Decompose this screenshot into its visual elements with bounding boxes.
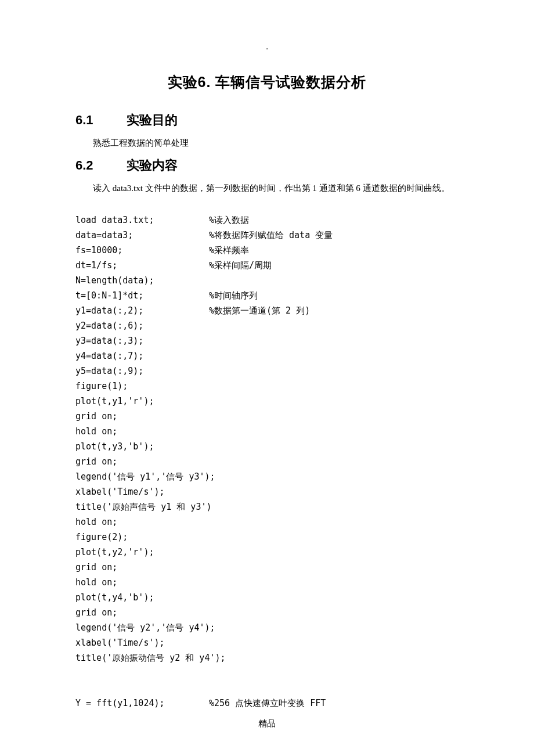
section-6-1-title: 实验目的	[127, 111, 178, 129]
code-statement: hold on;	[75, 514, 209, 530]
code-statement: y5=data(:,9);	[75, 363, 209, 379]
code-statement: legend('信号 y2','信号 y4');	[75, 620, 209, 635]
code-line: figure(2);	[75, 530, 459, 545]
code-line: figure(1);	[75, 379, 459, 394]
code-statement: legend('信号 y1','信号 y3');	[75, 469, 209, 484]
code-line: xlabel('Time/s');	[75, 635, 459, 650]
section-6-1-header: 6.1 实验目的	[75, 111, 459, 129]
code-comment: %将数据阵列赋值给 data 变量	[209, 228, 333, 243]
code-statement: xlabel('Time/s');	[75, 484, 209, 499]
code-statement: xlabel('Time/s');	[75, 635, 209, 650]
code-line: hold on;	[75, 424, 459, 439]
code-comment: %256 点快速傅立叶变换 FFT	[209, 696, 326, 711]
code-line: y1=data(:,2);%数据第一通道(第 2 列)	[75, 303, 459, 318]
section-6-2: 6.2 实验内容 读入 data3.txt 文件中的数据，第一列数据的时间，作出…	[75, 157, 459, 196]
code-statement: grid on;	[75, 560, 209, 575]
code-statement: y4=data(:,7);	[75, 348, 209, 363]
section-6-2-number: 6.2	[75, 158, 127, 173]
code-line: y5=data(:,9);	[75, 363, 459, 379]
section-6-2-header: 6.2 实验内容	[75, 157, 459, 174]
code-line: y4=data(:,7);	[75, 348, 459, 363]
code-line: data=data3;%将数据阵列赋值给 data 变量	[75, 228, 459, 243]
code-statement: grid on;	[75, 605, 209, 620]
code-blank-line	[75, 681, 459, 696]
code-statement: title('原始声信号 y1 和 y3')	[75, 499, 209, 514]
code-line: t=[0:N-1]*dt;%时间轴序列	[75, 288, 459, 303]
code-line: legend('信号 y1','信号 y3');	[75, 469, 459, 484]
code-line: dt=1/fs;%采样间隔/周期	[75, 258, 459, 273]
code-blank-line	[75, 665, 459, 681]
section-6-2-title: 实验内容	[127, 157, 178, 174]
section-6-1: 6.1 实验目的 熟悉工程数据的简单处理	[75, 111, 459, 151]
code-line: fs=10000;%采样频率	[75, 243, 459, 258]
code-line: Y = fft(y1,1024);%256 点快速傅立叶变换 FFT	[75, 696, 459, 711]
document-title: 实验6. 车辆信号试验数据分析	[75, 73, 459, 92]
code-statement: grid on;	[75, 409, 209, 424]
code-statement: Y = fft(y1,1024);	[75, 696, 209, 711]
code-statement: hold on;	[75, 424, 209, 439]
code-line: grid on;	[75, 560, 459, 575]
code-line: hold on;	[75, 575, 459, 590]
code-comment: %采样频率	[209, 243, 249, 258]
code-statement: t=[0:N-1]*dt;	[75, 288, 209, 303]
code-statement: figure(1);	[75, 379, 209, 394]
code-statement: load data3.txt;	[75, 213, 209, 228]
code-comment: %时间轴序列	[209, 288, 258, 303]
code-statement: plot(t,y4,'b');	[75, 590, 209, 605]
code-statement: N=length(data);	[75, 273, 209, 288]
code-comment: %读入数据	[209, 213, 249, 228]
code-statement: plot(t,y3,'b');	[75, 439, 209, 454]
code-statement: y2=data(:,6);	[75, 318, 209, 333]
code-statement: fs=10000;	[75, 243, 209, 258]
code-line: y2=data(:,6);	[75, 318, 459, 333]
code-statement: figure(2);	[75, 530, 209, 545]
code-statement: y1=data(:,2);	[75, 303, 209, 318]
code-statement: y3=data(:,3);	[75, 333, 209, 348]
code-line: plot(t,y2,'r');	[75, 545, 459, 560]
code-statement: hold on;	[75, 575, 209, 590]
code-line: title('原始声信号 y1 和 y3')	[75, 499, 459, 514]
code-line: title('原始振动信号 y2 和 y4');	[75, 650, 459, 665]
code-line: N=length(data);	[75, 273, 459, 288]
code-line: grid on;	[75, 454, 459, 469]
page-footer: 精品	[0, 718, 534, 729]
code-comment: %数据第一通道(第 2 列)	[209, 303, 310, 318]
section-6-2-text: 读入 data3.txt 文件中的数据，第一列数据的时间，作出第 1 通道和第 …	[75, 180, 459, 196]
code-line: grid on;	[75, 605, 459, 620]
code-block: load data3.txt;%读入数据data=data3;%将数据阵列赋值给…	[75, 213, 459, 711]
code-statement: data=data3;	[75, 228, 209, 243]
section-6-1-number: 6.1	[75, 113, 127, 128]
code-statement: grid on;	[75, 454, 209, 469]
code-line: hold on;	[75, 514, 459, 530]
code-line: y3=data(:,3);	[75, 333, 459, 348]
code-statement: plot(t,y1,'r');	[75, 394, 209, 409]
code-statement: title('原始振动信号 y2 和 y4');	[75, 650, 209, 665]
code-line: plot(t,y4,'b');	[75, 590, 459, 605]
section-6-1-text: 熟悉工程数据的简单处理	[75, 135, 459, 151]
code-line: load data3.txt;%读入数据	[75, 213, 459, 228]
code-statement: dt=1/fs;	[75, 258, 209, 273]
header-marker: .	[75, 42, 459, 52]
code-line: plot(t,y3,'b');	[75, 439, 459, 454]
code-comment: %采样间隔/周期	[209, 258, 272, 273]
code-line: legend('信号 y2','信号 y4');	[75, 620, 459, 635]
code-line: grid on;	[75, 409, 459, 424]
code-line: xlabel('Time/s');	[75, 484, 459, 499]
code-line: plot(t,y1,'r');	[75, 394, 459, 409]
code-statement: plot(t,y2,'r');	[75, 545, 209, 560]
